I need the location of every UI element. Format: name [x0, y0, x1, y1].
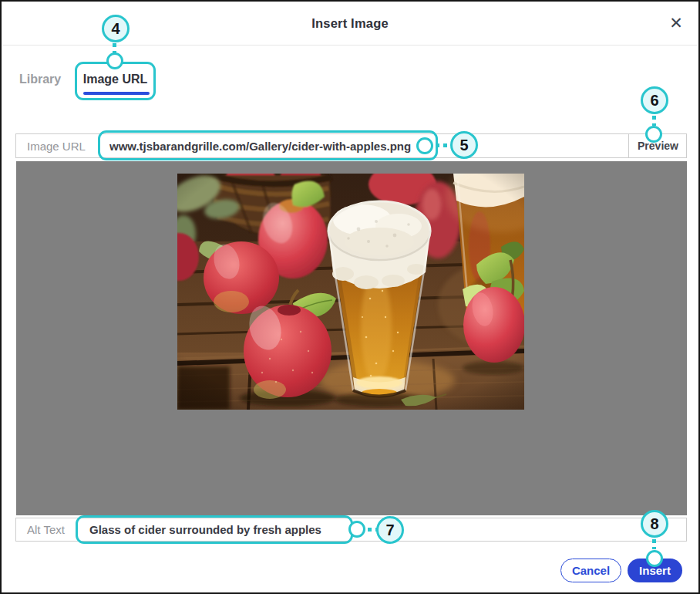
callout-8-anchor — [646, 550, 663, 567]
cancel-button[interactable]: Cancel — [560, 559, 621, 582]
callout-5-connector — [436, 143, 449, 147]
image-url-bar: Image URL Preview — [15, 133, 687, 158]
image-url-input[interactable] — [109, 134, 603, 157]
callout-6-badge: 6 — [641, 86, 668, 114]
insert-image-dialog: Insert Image ✕ Library Image URL Image U… — [0, 0, 700, 594]
callout-5-anchor — [416, 137, 433, 154]
preview-image — [177, 174, 524, 410]
callout-8-badge: 8 — [641, 510, 668, 538]
alt-text-input[interactable] — [89, 518, 344, 541]
image-url-label: Image URL — [27, 134, 86, 157]
close-icon[interactable]: ✕ — [665, 12, 687, 34]
callout-7-badge: 7 — [376, 516, 404, 544]
callout-7-anchor — [348, 521, 365, 538]
callout-6-connector — [652, 116, 656, 126]
callout-8-connector — [652, 539, 656, 549]
callout-5-badge: 5 — [450, 131, 478, 159]
active-tab-underline — [83, 92, 150, 95]
callout-4-badge: 4 — [102, 15, 130, 42]
callout-6-anchor — [645, 126, 662, 143]
dialog-title: Insert Image — [311, 16, 389, 31]
tab-image-url[interactable]: Image URL — [75, 73, 156, 86]
alt-text-label: Alt Text — [27, 518, 65, 541]
callout-4-anchor — [106, 52, 123, 69]
tab-library[interactable]: Library — [19, 73, 61, 86]
